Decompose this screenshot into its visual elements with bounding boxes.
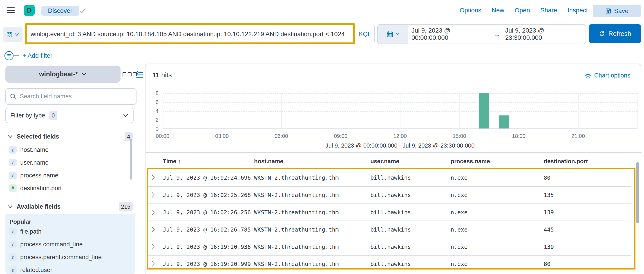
kibana-discover-screen: D Discover OptionsNewOpenShareInspect Sa… (0, 0, 644, 274)
field-type-text-icon: t (9, 253, 17, 261)
field-item-host.name[interactable]: thost.name (9, 146, 62, 154)
table-row[interactable]: Jul 9, 2023 @ 16:02:26.256WKSTN-2.threat… (148, 204, 631, 221)
cell-time: Jul 9, 2023 @ 16:02:24.696 (163, 175, 251, 181)
column-header-destination-port[interactable]: destination.port (544, 158, 588, 165)
column-header-process-name[interactable]: process.name (450, 158, 490, 165)
collapse-sidebar-icon[interactable] (135, 70, 144, 79)
available-fields-section-header[interactable]: Available fields 215 (8, 202, 133, 211)
selected-fields-list: thost.nametuser.nametprocess.name#destin… (9, 146, 62, 192)
query-input[interactable]: winlog.event_id: 3 AND source.ip: 10.10.… (25, 25, 374, 43)
table-row[interactable]: Jul 9, 2023 @ 16:02:24.696WKSTN-2.threat… (148, 169, 631, 186)
field-item-user.name[interactable]: tuser.name (9, 159, 62, 166)
field-item-destination.port[interactable]: #destination.port (9, 184, 62, 192)
cell-time: Jul 9, 2023 @ 16:02:26.256 (163, 209, 251, 215)
chart-x-tick-label: 12:00 (389, 133, 411, 139)
menu-hamburger-icon[interactable] (7, 7, 15, 13)
cell-user-name: bill.hawkins (370, 226, 411, 233)
expand-row-icon[interactable] (152, 209, 155, 215)
field-type-text-icon: t (9, 146, 17, 154)
date-range-picker[interactable]: Jul 9, 2023 @ 00:00:00.000 → Jul 9, 2023… (377, 24, 586, 44)
query-language-label[interactable]: KQL (359, 31, 371, 38)
cell-host-name: WKSTN-2.threathunting.thm (254, 244, 339, 250)
cell-time: Jul 9, 2023 @ 16:02:26.785 (163, 226, 251, 233)
field-item-related.user[interactable]: trelated.user (9, 266, 102, 274)
popular-fields-list: tfile.pathtprocess.command_linetprocess.… (9, 228, 102, 274)
table-row[interactable]: Jul 9, 2023 @ 16:19:20.999WKSTN-2.threat… (148, 255, 631, 268)
expand-row-icon[interactable] (152, 192, 155, 198)
sort-ascending-icon[interactable]: ↑ (178, 158, 181, 165)
chevron-down-icon (82, 72, 87, 76)
cell-destination-port: 139 (544, 209, 554, 215)
expand-row-icon[interactable] (152, 244, 155, 250)
chart-gridline-v (638, 93, 638, 129)
histogram-plot[interactable] (162, 93, 638, 129)
field-type-text-icon: t (9, 241, 17, 248)
filter-by-type-select[interactable]: Filter by type 0 (6, 108, 134, 123)
check-icon (79, 8, 86, 13)
table-body: Jul 9, 2023 @ 16:02:24.696WKSTN-2.threat… (148, 169, 631, 268)
histogram-bar-17:00[interactable] (499, 115, 509, 128)
topbar-link-inspect[interactable]: Inspect (568, 7, 588, 14)
popular-fields-block: Popular tfile.pathtprocess.command_linet… (6, 214, 135, 274)
cell-host-name: WKSTN-2.threathunting.thm (254, 192, 339, 198)
chart-y-tick-label: 4 (150, 108, 158, 114)
refresh-button[interactable]: Refresh (589, 24, 641, 43)
table-row[interactable]: Jul 9, 2023 @ 16:02:26.785WKSTN-2.threat… (148, 221, 631, 238)
table-scrollbar[interactable] (636, 162, 639, 223)
chart-options-button[interactable]: Chart options (585, 72, 630, 79)
cell-time: Jul 9, 2023 @ 16:19:20.999 (163, 261, 251, 267)
field-name: process.command_line (20, 241, 83, 248)
date-from[interactable]: Jul 9, 2023 @ 00:00:00.000 (412, 27, 488, 41)
chart-gridline-v (341, 93, 341, 129)
results-panel: 11 hits Chart options 02468 00:0003:0006… (145, 63, 641, 274)
search-icon (10, 93, 17, 100)
cell-destination-port: 445 (544, 226, 554, 233)
field-type-text-icon: t (9, 228, 17, 235)
selected-fields-section-header[interactable]: Selected fields 4 (8, 132, 133, 141)
topbar-link-open[interactable]: Open (515, 7, 530, 14)
histogram-bar-16:00[interactable] (479, 93, 489, 128)
search-placeholder: Search field names (20, 93, 72, 100)
cell-process-name: n.exe (450, 261, 468, 267)
chevron-down-icon (396, 33, 400, 35)
field-item-process.command_line[interactable]: tprocess.command_line (9, 241, 102, 248)
cell-user-name: bill.hawkins (370, 175, 411, 181)
save-button[interactable]: Save (593, 5, 641, 17)
index-pattern-selector[interactable]: winlogbeat-* (6, 66, 120, 83)
topbar-link-new[interactable]: New (492, 7, 504, 14)
topbar-link-options[interactable]: Options (460, 7, 482, 14)
cell-destination-port: 80 (544, 261, 550, 267)
column-header-time[interactable]: Time↑ (163, 158, 181, 165)
field-type-text-icon: t (9, 159, 17, 166)
index-pattern-options-icon[interactable] (122, 72, 137, 76)
column-header-user-name[interactable]: user.name (370, 158, 399, 165)
calendar-icon (386, 30, 394, 38)
chevron-down-icon (8, 205, 12, 208)
chart-gridline-v (519, 93, 519, 129)
field-item-process.parent.command_line[interactable]: tprocess.parent.command_line (9, 253, 102, 261)
cell-destination-port: 80 (544, 175, 550, 181)
filter-menu-icon[interactable] (4, 51, 14, 61)
cell-process-name: n.exe (450, 244, 468, 250)
field-item-process.name[interactable]: tprocess.name (9, 172, 62, 179)
add-filter-link[interactable]: + Add filter (22, 51, 52, 60)
cell-user-name: bill.hawkins (370, 192, 411, 198)
saved-query-menu-button[interactable] (3, 27, 22, 42)
expand-row-icon[interactable] (152, 227, 155, 233)
breadcrumb-discover[interactable]: Discover (41, 5, 79, 16)
chart-y-tick-label: 0 (150, 126, 158, 132)
expand-row-icon[interactable] (152, 261, 155, 267)
search-field-names-input[interactable]: Search field names (6, 88, 136, 105)
column-header-host-name[interactable]: host.name (254, 158, 283, 165)
table-row[interactable]: Jul 9, 2023 @ 16:02:25.268WKSTN-2.threat… (148, 186, 631, 204)
expand-row-icon[interactable] (152, 175, 155, 181)
chart-x-tick-label: 18:00 (508, 133, 530, 139)
table-row[interactable]: Jul 9, 2023 @ 16:19:20.936WKSTN-2.threat… (148, 238, 631, 255)
chart-x-tick-label: 21:00 (567, 133, 589, 139)
sidebar-scrollbar[interactable] (130, 139, 132, 180)
field-item-file.path[interactable]: tfile.path (9, 228, 102, 235)
date-to[interactable]: Jul 9, 2023 @ 23:30:00.000 (505, 27, 582, 41)
topbar-link-share[interactable]: Share (540, 7, 557, 14)
date-quick-menu-button[interactable] (378, 25, 408, 43)
chart-x-tick-label: 00:00 (151, 133, 174, 139)
